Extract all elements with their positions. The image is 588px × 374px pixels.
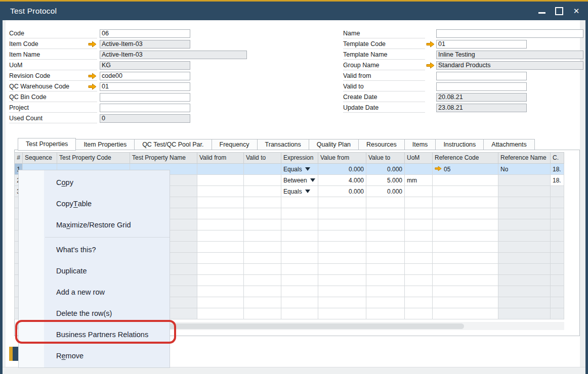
column-header-test-property-name[interactable]: Test Property Name — [130, 152, 197, 164]
cell-reference_code[interactable] — [433, 186, 498, 197]
cell-reference_name[interactable] — [498, 175, 551, 186]
cell-valid_from[interactable] — [197, 264, 244, 275]
cell-expression[interactable] — [281, 308, 318, 319]
menu-item-whats-this[interactable]: What's this? — [19, 239, 170, 260]
dropdown-arrow-icon[interactable] — [305, 190, 310, 193]
column-header-uom[interactable]: UoM — [405, 152, 433, 164]
tab-transactions[interactable]: Transactions — [258, 139, 309, 150]
cell-reference_code[interactable] — [433, 275, 498, 286]
cell-reference_code[interactable] — [433, 197, 498, 208]
input-group-name[interactable]: Standard Products — [436, 61, 583, 70]
cell-value_from[interactable] — [318, 275, 366, 286]
cell-value_to[interactable]: 0.000 — [366, 164, 405, 175]
cell-uom[interactable] — [405, 308, 433, 319]
menu-item-maximize-restore-grid[interactable]: Maximize/Restore Grid — [19, 214, 170, 236]
cell-reference_code[interactable] — [433, 242, 498, 253]
cell-valid_from[interactable] — [197, 286, 244, 297]
cell-value_to[interactable] — [366, 286, 405, 297]
input-name[interactable] — [436, 29, 583, 38]
input-used-count[interactable]: 0 — [100, 114, 190, 123]
cell-reference_code[interactable] — [433, 219, 498, 230]
cell-uom[interactable] — [405, 208, 433, 219]
column-header-c[interactable]: C. — [551, 152, 564, 164]
cell-uom[interactable] — [405, 197, 433, 208]
link-arrow-icon[interactable] — [426, 40, 435, 47]
cell-reference_name[interactable] — [498, 253, 551, 264]
link-arrow-icon[interactable] — [435, 166, 442, 173]
cell-expression[interactable] — [281, 197, 318, 208]
column-header-expression[interactable]: Expression — [281, 152, 318, 164]
cell-valid_from[interactable] — [197, 275, 244, 286]
cell-valid_to[interactable] — [244, 297, 281, 308]
cell-value_from[interactable] — [318, 219, 366, 230]
menu-item-copy-table[interactable]: Copy Table — [19, 193, 170, 214]
cell-uom[interactable] — [405, 186, 433, 197]
menu-item-copy[interactable]: Copy — [19, 172, 170, 193]
cell-uom[interactable] — [405, 219, 433, 230]
cell-reference_name[interactable] — [498, 264, 551, 275]
input-valid-from[interactable] — [436, 72, 527, 80]
cell-reference_code[interactable]: 05 — [433, 164, 498, 175]
cell-value_from[interactable] — [318, 253, 366, 264]
cell-valid_to[interactable] — [244, 208, 281, 219]
cell-value_to[interactable]: 5.000 — [366, 175, 405, 186]
cell-c[interactable] — [551, 275, 564, 286]
cell-expression[interactable] — [281, 286, 318, 297]
menu-item-duplicate[interactable]: Duplicate — [19, 260, 170, 282]
column-header-[interactable]: # — [14, 152, 23, 164]
cell-value_from[interactable] — [318, 286, 366, 297]
column-header-value-to[interactable]: Value to — [366, 152, 405, 164]
cell-valid_to[interactable] — [244, 264, 281, 275]
close-icon[interactable]: ✕ — [572, 7, 581, 16]
cell-reference_name[interactable] — [498, 230, 551, 242]
cell-uom[interactable] — [405, 164, 433, 175]
column-header-valid-to[interactable]: Valid to — [244, 152, 281, 164]
tab-resources[interactable]: Resources — [359, 139, 405, 150]
cell-c[interactable] — [551, 208, 564, 219]
cell-value_from[interactable] — [318, 208, 366, 219]
input-update-date[interactable]: 23.08.21 — [436, 104, 527, 112]
cell-reference_code[interactable] — [433, 297, 498, 308]
tab-instructions[interactable]: Instructions — [436, 139, 484, 150]
cell-uom[interactable] — [405, 253, 433, 264]
cell-value_from[interactable] — [318, 297, 366, 308]
cell-value_from[interactable] — [318, 197, 366, 208]
cell-expression[interactable] — [281, 219, 318, 230]
cell-valid_from[interactable] — [197, 219, 244, 230]
cell-c[interactable] — [551, 197, 564, 208]
cell-expression[interactable] — [281, 264, 318, 275]
cell-valid_from[interactable] — [197, 230, 244, 242]
cell-value_to[interactable] — [366, 242, 405, 253]
cell-value_from[interactable] — [318, 242, 366, 253]
cell-expression[interactable]: Between — [281, 175, 318, 186]
cell-c[interactable] — [551, 297, 564, 308]
cell-value_to[interactable] — [366, 308, 405, 319]
cell-value_to[interactable] — [366, 297, 405, 308]
cell-expression[interactable] — [281, 297, 318, 308]
cell-expression[interactable]: Equals — [281, 186, 318, 197]
cell-value_to[interactable] — [366, 208, 405, 219]
cell-value_to[interactable] — [366, 197, 405, 208]
minimize-icon[interactable] — [537, 7, 547, 16]
cell-c[interactable]: 18. — [551, 175, 564, 186]
cell-value_to[interactable]: 0.000 — [366, 186, 405, 197]
maximize-icon[interactable] — [555, 7, 564, 16]
cell-uom[interactable] — [405, 230, 433, 242]
tab-test-properties[interactable]: Test Properties — [18, 138, 76, 151]
column-header-sequence[interactable]: Sequence — [23, 152, 57, 164]
cell-reference_name[interactable] — [498, 286, 551, 297]
cell-reference_name[interactable] — [498, 219, 551, 230]
cell-uom[interactable] — [405, 297, 433, 308]
cell-c[interactable] — [551, 242, 564, 253]
column-header-value-from[interactable]: Value from — [318, 152, 366, 164]
cell-expression[interactable] — [281, 253, 318, 264]
cell-expression[interactable] — [281, 242, 318, 253]
cell-reference_code[interactable] — [433, 253, 498, 264]
cell-valid_from[interactable] — [197, 186, 244, 197]
input-template-name[interactable]: Inline Testing — [436, 51, 583, 59]
cell-expression[interactable]: Equals — [281, 164, 318, 175]
cell-valid_to[interactable] — [244, 308, 281, 319]
column-header-test-property-code[interactable]: Test Property Code — [57, 152, 130, 164]
input-create-date[interactable]: 20.08.21 — [436, 93, 527, 102]
cell-value_from[interactable]: 0.000 — [318, 186, 366, 197]
